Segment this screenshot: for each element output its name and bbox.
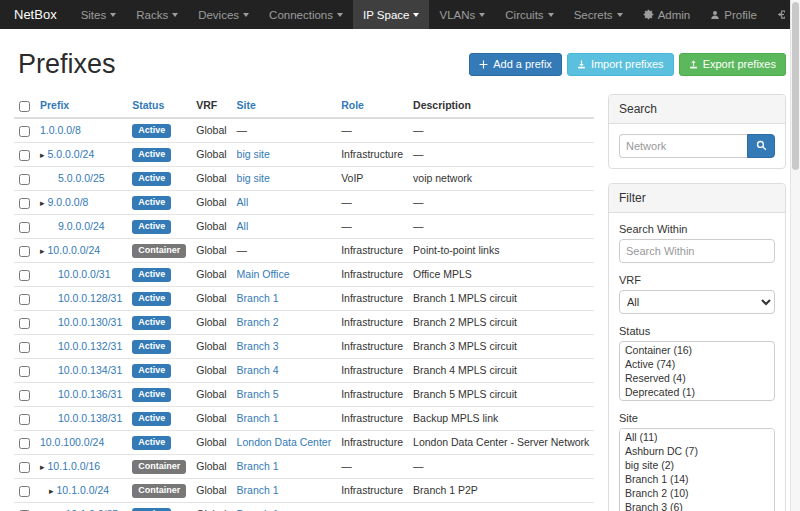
nav-item-admin[interactable]: Admin [633,0,701,29]
app-brand[interactable]: NetBox [0,0,71,29]
table-row: 1.0.0.0/8ActiveGlobal——— [14,118,594,143]
prefix-link[interactable]: 10.0.0.134/31 [58,364,122,376]
prefix-link[interactable]: 10.1.0.0/24 [57,484,110,496]
status-cell: Active [127,214,191,238]
prefix-link[interactable]: 10.0.0.130/31 [58,316,122,328]
expand-arrow-icon[interactable]: ▸ [40,150,45,160]
row-checkbox[interactable] [19,486,30,497]
search-button[interactable] [747,134,775,158]
site-multiselect[interactable]: All (11)Ashburn DC (7)big site (2)Branch… [619,428,775,511]
select-option[interactable]: Branch 2 (10) [621,486,773,500]
row-checkbox[interactable] [19,342,30,353]
site-link[interactable]: Branch 1 [237,484,279,496]
status-cell: Active [127,502,191,511]
site-link[interactable]: All [237,196,249,208]
select-all-checkbox[interactable] [19,101,30,112]
plus-icon [479,60,488,69]
site-link[interactable]: Branch 1 [237,292,279,304]
nav-item-circuits[interactable]: Circuits [495,0,563,29]
site-link[interactable]: London Data Center [237,436,332,448]
page-scrollbar[interactable] [790,0,800,511]
row-checkbox[interactable] [19,174,30,185]
prefix-link[interactable]: 10.0.0.0/24 [48,244,101,256]
site-link[interactable]: Branch 3 [237,340,279,352]
nav-item-ip-space[interactable]: IP Space [353,0,429,29]
row-checkbox[interactable] [19,198,30,209]
select-option[interactable]: All (11) [621,430,773,444]
nav-item-secrets[interactable]: Secrets [564,0,633,29]
expand-arrow-icon[interactable]: ▸ [49,486,54,496]
column-sort-link[interactable]: Prefix [40,99,69,111]
select-option[interactable]: Container (16) [621,343,773,357]
row-checkbox[interactable] [19,462,30,473]
status-badge: Container [132,484,186,498]
expand-arrow-icon[interactable]: ▸ [40,246,45,256]
prefix-link[interactable]: 10.0.0.138/31 [58,412,122,424]
row-checkbox[interactable] [19,318,30,329]
site-link[interactable]: Branch 1 [237,412,279,424]
nav-item-devices[interactable]: Devices [188,0,259,29]
role-cell: — [336,214,408,238]
nav-item-racks[interactable]: Racks [126,0,188,29]
site-link[interactable]: Branch 1 [237,460,279,472]
expand-arrow-icon[interactable]: ▸ [40,198,45,208]
expand-arrow-icon[interactable]: ▸ [40,462,45,472]
row-checkbox[interactable] [19,414,30,425]
row-checkbox[interactable] [19,126,30,137]
row-checkbox[interactable] [19,390,30,401]
row-checkbox[interactable] [19,366,30,377]
select-option[interactable]: Ashburn DC (7) [621,444,773,458]
prefix-link[interactable]: 5.0.0.0/25 [58,172,105,184]
prefix-link[interactable]: 9.0.0.0/24 [58,220,105,232]
prefix-link[interactable]: 10.0.0.0/31 [58,268,111,280]
prefix-link[interactable]: 5.0.0.0/24 [48,148,95,160]
import-prefixes-button[interactable]: Import prefixes [567,53,674,76]
row-checkbox[interactable] [19,270,30,281]
select-option[interactable]: Active (74) [621,357,773,371]
site-link[interactable]: Branch 5 [237,388,279,400]
row-checkbox[interactable] [19,246,30,257]
scrollbar-thumb[interactable] [792,2,799,170]
prefix-link[interactable]: 10.0.0.132/31 [58,340,122,352]
add-prefix-button[interactable]: Add a prefix [469,53,562,76]
description-cell: voip network [408,166,594,190]
role-cell: Infrastructure [336,286,408,310]
row-checkbox[interactable] [19,222,30,233]
status-multiselect[interactable]: Container (16)Active (74)Reserved (4)Dep… [619,341,775,401]
site-link[interactable]: All [237,220,249,232]
select-option[interactable]: Branch 1 (14) [621,472,773,486]
nav-item-vlans[interactable]: VLANs [429,0,495,29]
site-link[interactable]: Branch 2 [237,316,279,328]
vrf-cell: Global [191,166,231,190]
row-checkbox[interactable] [19,438,30,449]
site-link[interactable]: big site [237,172,270,184]
select-option[interactable]: Reserved (4) [621,371,773,385]
select-option[interactable]: Deprecated (1) [621,385,773,399]
search-within-input[interactable] [619,239,775,263]
prefix-link[interactable]: 9.0.0.0/8 [48,196,89,208]
prefix-link[interactable]: 1.0.0.0/8 [40,124,81,136]
prefix-link[interactable]: 10.0.0.136/31 [58,388,122,400]
vrf-select[interactable]: All [619,290,775,314]
site-link[interactable]: big site [237,148,270,160]
column-sort-link[interactable]: Status [132,99,164,111]
nav-item-profile[interactable]: Profile [700,0,767,29]
column-sort-link[interactable]: Role [341,99,364,111]
export-prefixes-button[interactable]: Export prefixes [679,53,786,76]
select-option[interactable]: big site (2) [621,458,773,472]
site-link[interactable]: Branch 4 [237,364,279,376]
nav-item-sites[interactable]: Sites [71,0,127,29]
prefix-link[interactable]: 10.0.0.128/31 [58,292,122,304]
table-row: ▸10.0.0.0/24ContainerGlobal—Infrastructu… [14,238,594,262]
nav-item-connections[interactable]: Connections [259,0,353,29]
search-input[interactable] [619,134,747,158]
status-cell: Active [127,310,191,334]
site-cell: Branch 4 [232,358,337,382]
row-checkbox[interactable] [19,150,30,161]
select-option[interactable]: Branch 3 (6) [621,500,773,511]
row-checkbox[interactable] [19,294,30,305]
prefix-link[interactable]: 10.1.0.0/16 [48,460,101,472]
column-sort-link[interactable]: Site [237,99,256,111]
prefix-link[interactable]: 10.0.100.0/24 [40,436,104,448]
site-link[interactable]: Main Office [237,268,290,280]
